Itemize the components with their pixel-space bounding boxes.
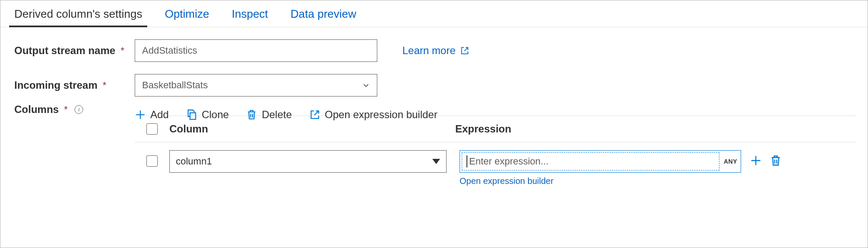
column-name-select[interactable]: column1 — [169, 150, 447, 173]
delete-row-button[interactable] — [770, 155, 782, 167]
add-label: Add — [150, 109, 169, 121]
header-expression: Expression — [455, 123, 856, 135]
label-columns: Columns * i — [14, 103, 135, 116]
output-stream-input[interactable]: AddStatistics — [135, 39, 377, 62]
clone-icon — [186, 109, 198, 120]
tab-settings[interactable]: Derived column's settings — [12, 7, 145, 27]
add-button[interactable]: Add — [135, 109, 169, 121]
delete-button[interactable]: Delete — [246, 109, 291, 121]
table-row: column1 Enter expression... ANY Open exp… — [135, 142, 856, 186]
plus-icon — [135, 109, 146, 120]
required-marker: * — [120, 45, 124, 56]
open-expression-builder-button[interactable]: Open expression builder — [309, 109, 437, 121]
label-output-stream: Output stream name * — [14, 45, 135, 57]
text-cursor — [466, 155, 467, 167]
chevron-down-icon — [362, 81, 370, 89]
label-columns-text: Columns — [14, 103, 59, 116]
open-expression-builder-link[interactable]: Open expression builder — [460, 176, 741, 186]
trash-icon — [246, 109, 257, 120]
open-builder-label: Open expression builder — [325, 109, 437, 121]
delete-label: Delete — [262, 109, 291, 121]
column-name-value: column1 — [176, 156, 212, 167]
table-header: Column Expression — [135, 116, 856, 142]
expression-placeholder: Enter expression... — [469, 156, 548, 167]
tab-bar: Derived column's settings Optimize Inspe… — [0, 0, 868, 27]
row-checkbox[interactable] — [146, 155, 158, 167]
tab-optimize[interactable]: Optimize — [162, 7, 212, 27]
required-marker: * — [103, 80, 107, 91]
label-incoming-stream: Incoming stream * — [14, 79, 135, 91]
label-output-stream-text: Output stream name — [14, 45, 115, 57]
svg-rect-1 — [190, 113, 195, 119]
select-all-checkbox[interactable] — [146, 123, 158, 135]
clone-label: Clone — [202, 109, 229, 121]
learn-more-text: Learn more — [402, 45, 456, 57]
popout-icon — [460, 46, 470, 55]
tab-inspect[interactable]: Inspect — [229, 7, 271, 27]
add-row-button[interactable] — [750, 155, 762, 167]
learn-more-link[interactable]: Learn more — [402, 45, 470, 57]
output-stream-value: AddStatistics — [142, 45, 197, 56]
tab-data-preview[interactable]: Data preview — [288, 7, 359, 27]
caret-down-icon — [432, 159, 440, 164]
required-marker: * — [64, 104, 68, 115]
type-badge: ANY — [722, 158, 739, 165]
label-incoming-stream-text: Incoming stream — [14, 79, 97, 91]
expression-input[interactable]: Enter expression... ANY — [460, 150, 741, 173]
incoming-stream-value: BasketballStats — [142, 80, 208, 91]
popout-icon — [309, 109, 321, 120]
clone-button[interactable]: Clone — [186, 109, 229, 121]
incoming-stream-select[interactable]: BasketballStats — [135, 74, 377, 97]
header-column: Column — [169, 123, 455, 135]
info-icon[interactable]: i — [74, 105, 83, 114]
